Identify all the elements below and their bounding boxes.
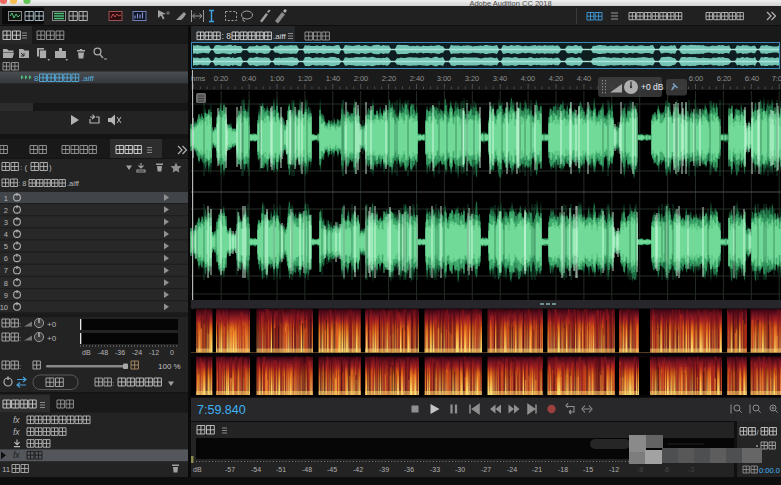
svg-text:3:20: 3:20 [465, 74, 480, 83]
svg-text:dB: dB [193, 466, 202, 473]
svg-text:: (: : ( [20, 163, 27, 172]
svg-text:-33: -33 [430, 466, 440, 473]
svg-text:-42: -42 [353, 466, 363, 473]
svg-text:7:00: 7:00 [772, 74, 781, 83]
svg-text:7: 7 [4, 266, 8, 275]
svg-text:6:40: 6:40 [745, 74, 760, 83]
svg-text:1:00: 1:00 [270, 74, 285, 83]
svg-text:+0: +0 [47, 334, 57, 343]
svg-text:9: 9 [4, 291, 8, 300]
svg-text:+0 dB: +0 dB [641, 82, 664, 92]
svg-text:-48: -48 [302, 466, 312, 473]
svg-text:2: 2 [4, 206, 8, 215]
svg-text:+0: +0 [47, 320, 57, 329]
svg-text:4:00: 4:00 [521, 74, 536, 83]
svg-text:2:00: 2:00 [354, 74, 369, 83]
svg-text:-21: -21 [532, 466, 542, 473]
svg-text:-39: -39 [379, 466, 389, 473]
svg-text:: 8: : 8 [222, 31, 232, 41]
svg-text:100 %: 100 % [158, 362, 181, 371]
svg-text:-24: -24 [132, 349, 142, 356]
svg-text:-36: -36 [115, 349, 125, 356]
svg-text:-27: -27 [481, 466, 491, 473]
svg-text:2:20: 2:20 [382, 74, 397, 83]
svg-text:3: 3 [4, 218, 8, 227]
svg-text:8: 8 [34, 74, 39, 83]
svg-text:dB: dB [82, 349, 91, 356]
svg-text:.aiff: .aiff [81, 74, 95, 83]
svg-text:hms: hms [191, 74, 205, 83]
svg-text:8: 8 [4, 279, 8, 288]
svg-text:-18: -18 [558, 466, 568, 473]
svg-text:10: 10 [0, 303, 8, 312]
svg-text:1: 1 [4, 194, 8, 203]
svg-text::: : [112, 379, 114, 388]
svg-text:4:40: 4:40 [577, 74, 592, 83]
svg-text:-6: -6 [663, 466, 669, 473]
svg-text:-12: -12 [149, 349, 159, 356]
svg-text:-9: -9 [637, 466, 643, 473]
svg-text:fx: fx [13, 427, 20, 437]
svg-text:4: 4 [4, 230, 8, 239]
svg-text:-30: -30 [455, 466, 465, 473]
svg-text:1:20: 1:20 [298, 74, 313, 83]
svg-text:-48: -48 [98, 349, 108, 356]
svg-text:6:00: 6:00 [689, 74, 704, 83]
svg-text:-12: -12 [609, 466, 619, 473]
svg-text:-45: -45 [327, 466, 337, 473]
svg-text:4:20: 4:20 [549, 74, 564, 83]
svg-text:.aiff: .aiff [273, 32, 287, 41]
svg-text::: : [19, 362, 21, 371]
svg-text:1:40: 1:40 [326, 74, 341, 83]
svg-text:0: 0 [170, 349, 174, 356]
svg-text:11: 11 [2, 465, 11, 474]
svg-text:-54: -54 [251, 466, 261, 473]
svg-text::: : [19, 334, 21, 343]
svg-text:0:00.0: 0:00.0 [759, 466, 780, 475]
svg-text:3:00: 3:00 [437, 74, 452, 83]
svg-text:2:40: 2:40 [410, 74, 425, 83]
svg-text:-36: -36 [404, 466, 414, 473]
svg-text:6: 6 [4, 254, 8, 263]
svg-text:7:59.840: 7:59.840 [197, 403, 246, 417]
svg-text:fx: fx [13, 415, 20, 425]
svg-text:6:20: 6:20 [717, 74, 732, 83]
svg-text:): ) [49, 163, 52, 172]
svg-text::: : [19, 320, 21, 329]
svg-text:0:20: 0:20 [214, 74, 229, 83]
svg-text:3:40: 3:40 [493, 74, 508, 83]
svg-text:-51: -51 [276, 466, 286, 473]
svg-text:: 8: : 8 [18, 179, 26, 188]
svg-text:-57: -57 [225, 466, 235, 473]
svg-text:-24: -24 [507, 466, 517, 473]
svg-text:-15: -15 [583, 466, 593, 473]
svg-text:fx: fx [13, 450, 20, 460]
svg-text:-3: -3 [688, 466, 694, 473]
svg-text:0:40: 0:40 [242, 74, 257, 83]
svg-text:5: 5 [4, 242, 8, 251]
svg-text:.aiff: .aiff [67, 179, 80, 188]
